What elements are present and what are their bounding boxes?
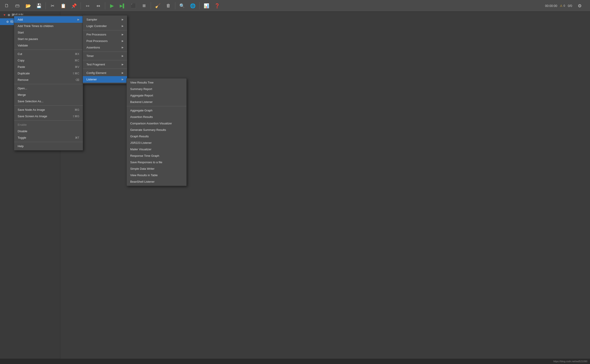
menu-item-help-label: Help xyxy=(18,144,24,148)
menu-l3-comparison-assertion-visualizer[interactable]: Comparison Assertion Visualizer xyxy=(127,120,187,127)
menu-l3-assertion-results[interactable]: Assertion Results xyxy=(127,114,187,120)
new-button[interactable]: 🗋 xyxy=(2,1,12,11)
mailer-visualizer-label: Mailer Visualizer xyxy=(130,148,151,151)
menu-item-save-selection-label: Save Selection As... xyxy=(18,100,44,103)
separator-e xyxy=(14,142,83,142)
cut-shortcut: ⌘X xyxy=(75,52,79,56)
menu-item-save-screen-image[interactable]: Save Screen As Image ⇧⌘G xyxy=(14,113,83,119)
menu-l3-summary-report[interactable]: Summary Report xyxy=(127,86,187,92)
menu-l2-config-element[interactable]: Config Element ▶ xyxy=(83,70,127,76)
separator-l2-d xyxy=(83,69,127,69)
menu-l2-logic-controller[interactable]: Logic Controller ▶ xyxy=(83,23,127,29)
clear-button[interactable]: 🧹 xyxy=(153,1,162,11)
save-node-shortcut: ⌘G xyxy=(75,108,79,111)
expand-button[interactable]: ⇿ xyxy=(83,1,92,11)
menu-l3-backend-listener[interactable]: Backend Listener xyxy=(127,99,187,105)
summary-report-label: Summary Report xyxy=(130,87,152,91)
separator-b xyxy=(14,84,83,84)
menu-item-add-label: Add xyxy=(18,18,23,21)
menu-item-paste[interactable]: Paste ⌘V xyxy=(14,64,83,70)
copy-button[interactable]: 📋 xyxy=(58,1,68,11)
menu-item-add[interactable]: Add ▶ xyxy=(14,16,83,23)
simple-data-writer-label: Simple Data Writer xyxy=(130,167,155,170)
separator-d xyxy=(14,120,83,121)
menu-item-validate-label: Validate xyxy=(18,44,28,47)
menu-l3-response-time-graph[interactable]: Response Time Graph xyxy=(127,153,187,159)
menu-item-toggle[interactable]: Toggle ⌘T xyxy=(14,134,83,141)
menu-l2-sampler[interactable]: Sampler ▶ xyxy=(83,16,127,23)
toggle-shortcut: ⌘T xyxy=(75,136,79,139)
menu-item-duplicate[interactable]: Duplicate ⇧⌘C xyxy=(14,70,83,77)
menu-item-save-selection[interactable]: Save Selection As... xyxy=(14,98,83,104)
report-button[interactable]: 📊 xyxy=(201,1,211,11)
menu-item-enable-label: Enable xyxy=(18,123,26,126)
menu-item-cut[interactable]: Cut ⌘X xyxy=(14,51,83,57)
context-menu-l3: View Results Tree Summary Report Aggrega… xyxy=(126,78,187,186)
menu-l2-pre-processors[interactable]: Pre Processors ▶ xyxy=(83,31,127,38)
menu-l3-simple-data-writer[interactable]: Simple Data Writer xyxy=(127,165,187,172)
menu-item-remove[interactable]: Remove ⌫ xyxy=(14,77,83,83)
menu-item-save-node-image[interactable]: Save Node As Image ⌘G xyxy=(14,106,83,113)
menu-item-validate[interactable]: Validate xyxy=(14,42,83,49)
separator-l2-b xyxy=(83,52,127,52)
menu-l2-post-processors[interactable]: Post Processors ▶ xyxy=(83,38,127,44)
templates-button[interactable]: 🗃 xyxy=(13,1,22,11)
menu-item-disable[interactable]: Disable xyxy=(14,128,83,134)
menu-l3-mailer-visualizer[interactable]: Mailer Visualizer xyxy=(127,146,187,153)
pre-processors-label: Pre Processors xyxy=(86,33,106,36)
menu-l3-save-responses-to-file[interactable]: Save Responses to a file xyxy=(127,159,187,165)
menu-l3-jsr223-listener[interactable]: JSR223 Listener xyxy=(127,140,187,146)
open-button[interactable]: 📂 xyxy=(23,1,33,11)
clear-all-button[interactable]: 🗑 xyxy=(163,1,173,11)
collapse-button[interactable]: ⇔ xyxy=(93,1,103,11)
thread-group-title: Thread Group xyxy=(65,16,585,21)
timer-arrow-icon: ▶ xyxy=(122,54,123,57)
warning-icon: ⚠ xyxy=(560,4,563,7)
menu-l3-view-results-tree[interactable]: View Results Tree xyxy=(127,79,187,86)
help-button[interactable]: ❓ xyxy=(212,1,222,11)
threadgroup-icon: ⚙ xyxy=(6,20,9,23)
menu-l3-aggregate-graph[interactable]: Aggregate Graph xyxy=(127,107,187,114)
start-button[interactable]: ▶ xyxy=(107,1,117,11)
menu-item-start[interactable]: Start xyxy=(14,29,83,36)
stop-button[interactable]: ⬛ xyxy=(128,1,138,11)
find-button[interactable]: 🔍 xyxy=(177,1,187,11)
assertion-results-label: Assertion Results xyxy=(130,115,153,119)
settings-button[interactable]: ⚙ xyxy=(575,1,585,11)
jsr223-listener-label: JSR223 Listener xyxy=(130,141,152,144)
menu-item-merge[interactable]: Merge xyxy=(14,91,83,98)
menu-item-add-think-times[interactable]: Add Think Times to children xyxy=(14,23,83,29)
menu-l3-generate-summary-results[interactable]: Generate Summary Results xyxy=(127,127,187,133)
menu-item-open[interactable]: Open... xyxy=(14,85,83,91)
menu-l3-aggregate-report[interactable]: Aggregate Report xyxy=(127,92,187,99)
shutdown-button[interactable]: ⏹ xyxy=(139,1,149,11)
save-button[interactable]: 💾 xyxy=(34,1,44,11)
menu-item-start-no-pauses[interactable]: Start no pauses xyxy=(14,36,83,42)
menu-l2-assertions[interactable]: Assertions ▶ xyxy=(83,44,127,51)
paste-button[interactable]: 📌 xyxy=(69,1,79,11)
view-results-tree-label: View Results Tree xyxy=(130,81,154,84)
menu-l2-test-fragment[interactable]: Test Fragment ▶ xyxy=(83,61,127,68)
config-element-label: Config Element xyxy=(86,71,106,75)
separator-3 xyxy=(105,2,105,9)
statusbar: https://blog.csdn.net/wd521090 xyxy=(0,359,590,364)
remote-start-button[interactable]: 🌐 xyxy=(188,1,198,11)
menu-l3-graph-results[interactable]: Graph Results xyxy=(127,133,187,140)
assertions-arrow-icon: ▶ xyxy=(122,46,123,49)
menu-item-copy[interactable]: Copy ⌘C xyxy=(14,57,83,64)
menu-item-help[interactable]: Help xyxy=(14,143,83,150)
post-processors-arrow-icon: ▶ xyxy=(122,39,123,42)
post-processors-label: Post Processors xyxy=(86,39,108,43)
menu-l2-listener[interactable]: Listener ▶ xyxy=(83,76,127,83)
separator-5 xyxy=(175,2,175,9)
copy-shortcut: ⌘C xyxy=(75,59,79,62)
cut-button[interactable]: ✂ xyxy=(48,1,57,11)
test-fragment-arrow-icon: ▶ xyxy=(122,63,123,66)
menu-l2-timer[interactable]: Timer ▶ xyxy=(83,53,127,59)
menu-l3-beanshell-listener[interactable]: BeanShell Listener xyxy=(127,178,187,185)
save-responses-to-file-label: Save Responses to a file xyxy=(130,161,162,164)
menu-item-enable: Enable xyxy=(14,122,83,128)
aggregate-graph-label: Aggregate Graph xyxy=(130,109,153,112)
menu-l3-view-results-in-table[interactable]: View Results in Table xyxy=(127,172,187,178)
start-no-pauses-button[interactable]: ▶▌ xyxy=(118,1,128,11)
